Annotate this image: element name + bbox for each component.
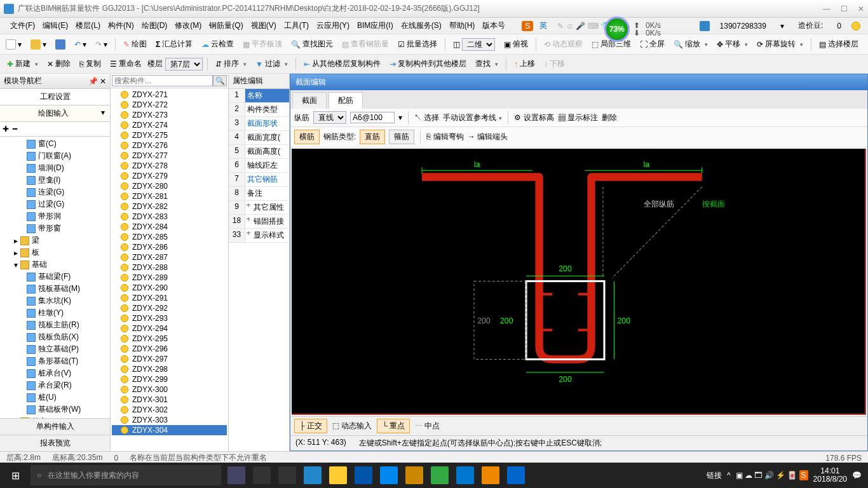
menu-item[interactable]: 文件(F) — [6, 19, 39, 32]
property-row[interactable]: 5截面高度( — [229, 145, 289, 159]
tree-item[interactable]: 条形基础(T) — [1, 355, 109, 367]
menu-item[interactable]: 云应用(Y) — [313, 19, 353, 32]
nav-draw-input[interactable]: 绘图输入 ▾ — [0, 105, 110, 122]
list-item[interactable]: ZDYX-275 — [112, 130, 227, 140]
tree-item[interactable]: 窗(C) — [1, 138, 109, 150]
menu-item[interactable]: 工具(T) — [280, 19, 313, 32]
maximize-button[interactable]: ☐ — [841, 4, 848, 13]
minimize-button[interactable]: — — [823, 4, 831, 13]
list-item[interactable]: ZDYX-301 — [112, 395, 227, 405]
property-row[interactable]: 4截面宽度( — [229, 131, 289, 145]
property-row[interactable]: 7其它钢筋 — [229, 173, 289, 187]
list-item[interactable]: ZDYX-274 — [112, 120, 227, 130]
rotate-button[interactable]: ⟳屏幕旋转 — [754, 37, 806, 51]
menu-item[interactable]: BIM应用(I) — [353, 19, 397, 32]
menu-item[interactable]: 楼层(L) — [72, 19, 104, 32]
list-item[interactable]: ZDYX-304 — [112, 425, 227, 435]
tray-up-icon[interactable]: ^ — [727, 471, 731, 480]
menu-item[interactable]: 绘图(D) — [138, 19, 172, 32]
nav-tab-project[interactable]: 工程设置 — [0, 89, 110, 105]
property-row[interactable]: 3截面形状 — [229, 117, 289, 131]
tree-item[interactable]: 集水坑(K) — [1, 295, 109, 307]
list-item[interactable]: ZDYX-303 — [112, 415, 227, 425]
menu-item[interactable]: 构件(N) — [104, 19, 138, 32]
search-button[interactable]: 🔍 — [213, 75, 227, 86]
rebar-spec-input[interactable] — [350, 112, 395, 123]
list-item[interactable]: ZDYX-294 — [112, 323, 227, 334]
tree-item[interactable]: 墙洞(D) — [1, 162, 109, 174]
find-button[interactable]: 查找 — [472, 57, 501, 71]
show-annot-button[interactable]: ▦ 显示标注 — [558, 112, 598, 123]
tree-item[interactable]: 带形洞 — [1, 210, 109, 222]
dyn-input-button[interactable]: ⬚ 动态输入 — [332, 421, 372, 431]
app-6[interactable] — [355, 466, 372, 484]
cross-rebar-button[interactable]: 横筋 — [294, 130, 320, 144]
property-row[interactable]: 8备注 — [229, 187, 289, 201]
nav-report-preview[interactable]: 报表预览 — [0, 435, 110, 451]
select-tool[interactable]: ↖ 选择 — [414, 112, 439, 123]
property-row[interactable]: 33+显示样式 — [229, 229, 289, 243]
tab-rebar[interactable]: 配筋 — [329, 92, 363, 109]
app-5[interactable] — [329, 466, 347, 484]
list-item[interactable]: ZDYX-302 — [112, 405, 227, 415]
tray-icons[interactable]: ▣ ☁ 🗔 🔊 ⚡ 🀄 S — [736, 471, 808, 480]
view-rebar-button[interactable]: ▤查看钢筋量 — [339, 37, 392, 51]
bird-view-button[interactable]: ▣俯视 — [501, 37, 531, 51]
list-item[interactable]: ZDYX-285 — [112, 232, 227, 242]
notification-icon[interactable]: 💬 — [852, 471, 862, 480]
tree-item[interactable]: 柱墩(Y) — [1, 307, 109, 319]
app-10[interactable] — [456, 466, 474, 484]
component-list[interactable]: ZDYX-271ZDYX-272ZDYX-273ZDYX-274ZDYX-275… — [111, 88, 228, 451]
tree-item[interactable]: 筏板主筋(R) — [1, 319, 109, 331]
tree-item[interactable]: 筏板负筋(X) — [1, 331, 109, 343]
list-item[interactable]: ZDYX-281 — [112, 191, 227, 201]
list-item[interactable]: ZDYX-272 — [112, 100, 227, 110]
stirrup-btn[interactable]: 箍筋 — [389, 130, 414, 144]
list-item[interactable]: ZDYX-286 — [112, 242, 227, 252]
app-12[interactable] — [507, 466, 525, 484]
property-row[interactable]: 1名称 — [229, 89, 289, 103]
start-button[interactable]: ⊞ — [0, 470, 31, 482]
filter-button[interactable]: ▼过滤 — [252, 57, 291, 71]
app-11[interactable] — [482, 466, 499, 484]
list-item[interactable]: ZDYX-297 — [112, 354, 227, 364]
nav-tree[interactable]: 窗(C)门联窗(A)墙洞(D)壁龛(I)连梁(G)过梁(G)带形洞带形窗▸梁▸板… — [0, 137, 110, 418]
tree-item[interactable]: ▸板 — [1, 247, 109, 259]
list-item[interactable]: ZDYX-289 — [112, 273, 227, 283]
app-7[interactable] — [380, 466, 398, 484]
snap-button[interactable]: └ 重点 — [377, 419, 410, 433]
property-grid[interactable]: 1名称2构件类型3截面形状4截面宽度(5截面高度(6轴线距左7其它钢筋8备注9+… — [229, 89, 289, 243]
app-4[interactable] — [304, 466, 322, 484]
list-item[interactable]: ZDYX-284 — [112, 222, 227, 232]
tray-link[interactable]: 链接 — [707, 470, 722, 481]
tree-item[interactable]: 筏板基础(M) — [1, 283, 109, 295]
list-item[interactable]: ZDYX-282 — [112, 201, 227, 212]
list-item[interactable]: ZDYX-283 — [112, 212, 227, 222]
list-item[interactable]: ZDYX-273 — [112, 110, 227, 120]
pan-button[interactable]: ✥平移 — [714, 37, 751, 51]
menu-item[interactable]: 视图(V) — [247, 19, 280, 32]
app-8[interactable] — [405, 466, 423, 484]
set-elev-button[interactable]: ⚙ 设置标高 — [514, 112, 553, 123]
property-row[interactable]: 18+锚固搭接 — [229, 215, 289, 229]
flat-button[interactable]: ▦平齐板顶 — [240, 37, 285, 51]
tree-item[interactable]: 过梁(G) — [1, 198, 109, 210]
select-floor-button[interactable]: ▤选择楼层 — [816, 37, 862, 51]
find-elem-button[interactable]: 🔍查找图元 — [288, 37, 336, 51]
floor-select[interactable]: 第7层 — [165, 58, 203, 71]
app-9[interactable] — [431, 466, 449, 484]
menu-item[interactable]: 修改(M) — [171, 19, 205, 32]
property-row[interactable]: 9+其它属性 — [229, 201, 289, 215]
list-item[interactable]: ZDYX-279 — [112, 171, 227, 181]
rename-button[interactable]: ☰重命名 — [107, 57, 145, 71]
tray-clock[interactable]: 14:012018/8/20 — [813, 467, 847, 484]
app-1[interactable] — [227, 466, 245, 484]
taskbar-search[interactable]: ○在这里输入你要搜索的内容 — [31, 465, 221, 485]
edit-hook-button[interactable]: ⎘ 编辑弯钩 — [426, 132, 463, 142]
sort-button[interactable]: ⇵排序 — [212, 57, 250, 71]
tree-item[interactable]: 桩承台(V) — [1, 367, 109, 379]
section-canvas[interactable]: la la 200 — [292, 149, 866, 415]
draw-button[interactable]: ✎绘图 — [120, 37, 150, 51]
edit-end-button[interactable]: → 编辑端头 — [468, 132, 508, 142]
tree-item[interactable]: 独立基础(P) — [1, 343, 109, 355]
